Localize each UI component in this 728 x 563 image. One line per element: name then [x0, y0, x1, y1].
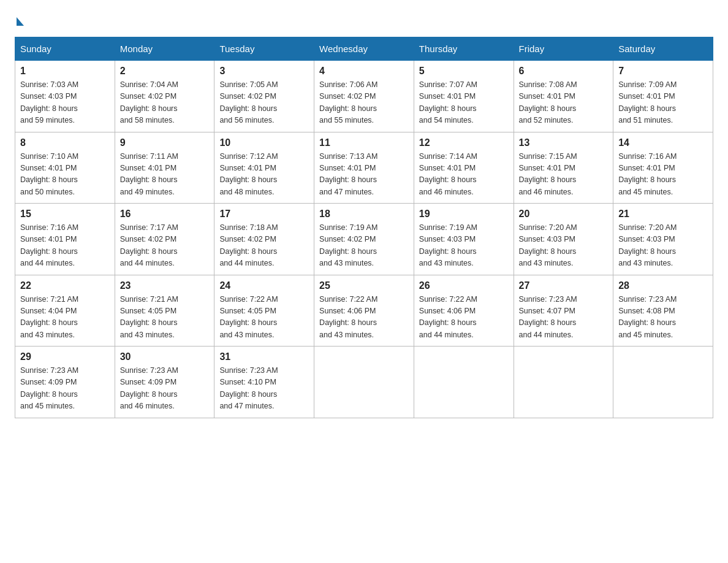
logo-top	[15, 15, 24, 26]
calendar-cell: 9 Sunrise: 7:11 AMSunset: 4:01 PMDayligh…	[115, 132, 214, 204]
calendar-table: SundayMondayTuesdayWednesdayThursdayFrid…	[15, 37, 713, 418]
day-info: Sunrise: 7:05 AMSunset: 4:02 PMDaylight:…	[219, 80, 278, 124]
col-header-tuesday: Tuesday	[214, 37, 314, 61]
day-number: 26	[419, 280, 509, 291]
day-info: Sunrise: 7:22 AMSunset: 4:06 PMDaylight:…	[419, 295, 477, 339]
calendar-week-row: 1 Sunrise: 7:03 AMSunset: 4:03 PMDayligh…	[15, 61, 713, 132]
day-number: 13	[519, 137, 609, 148]
day-number: 24	[219, 280, 309, 291]
calendar-cell	[414, 347, 514, 418]
day-info: Sunrise: 7:22 AMSunset: 4:06 PMDaylight:…	[319, 295, 377, 339]
day-info: Sunrise: 7:22 AMSunset: 4:05 PMDaylight:…	[219, 295, 278, 339]
calendar-cell: 10 Sunrise: 7:12 AMSunset: 4:01 PMDaylig…	[214, 132, 314, 204]
col-header-sunday: Sunday	[15, 37, 115, 61]
calendar-cell: 27 Sunrise: 7:23 AMSunset: 4:07 PMDaylig…	[514, 275, 613, 347]
day-info: Sunrise: 7:15 AMSunset: 4:01 PMDaylight:…	[519, 152, 577, 196]
day-number: 8	[20, 137, 110, 148]
day-info: Sunrise: 7:23 AMSunset: 4:08 PMDaylight:…	[618, 295, 677, 339]
calendar-cell: 31 Sunrise: 7:23 AMSunset: 4:10 PMDaylig…	[214, 347, 314, 418]
day-number: 20	[519, 209, 609, 220]
calendar-header-row: SundayMondayTuesdayWednesdayThursdayFrid…	[15, 37, 713, 61]
calendar-cell	[514, 347, 613, 418]
calendar-cell	[613, 347, 713, 418]
day-info: Sunrise: 7:21 AMSunset: 4:05 PMDaylight:…	[120, 295, 178, 339]
calendar-cell: 5 Sunrise: 7:07 AMSunset: 4:01 PMDayligh…	[414, 61, 514, 132]
day-info: Sunrise: 7:11 AMSunset: 4:01 PMDaylight:…	[120, 152, 178, 196]
calendar-cell	[314, 347, 414, 418]
day-info: Sunrise: 7:03 AMSunset: 4:03 PMDaylight:…	[20, 80, 78, 124]
day-info: Sunrise: 7:23 AMSunset: 4:07 PMDaylight:…	[519, 295, 577, 339]
day-info: Sunrise: 7:06 AMSunset: 4:02 PMDaylight:…	[319, 80, 377, 124]
logo-arrow-icon	[17, 17, 24, 26]
day-number: 11	[319, 137, 409, 148]
day-number: 16	[120, 209, 210, 220]
day-info: Sunrise: 7:23 AMSunset: 4:09 PMDaylight:…	[120, 366, 178, 410]
day-info: Sunrise: 7:16 AMSunset: 4:01 PMDaylight:…	[618, 152, 677, 196]
day-number: 12	[419, 137, 509, 148]
page-header	[15, 15, 713, 25]
day-info: Sunrise: 7:09 AMSunset: 4:01 PMDaylight:…	[618, 80, 677, 124]
calendar-cell: 1 Sunrise: 7:03 AMSunset: 4:03 PMDayligh…	[15, 61, 115, 132]
calendar-cell: 24 Sunrise: 7:22 AMSunset: 4:05 PMDaylig…	[214, 275, 314, 347]
calendar-cell: 16 Sunrise: 7:17 AMSunset: 4:02 PMDaylig…	[115, 204, 214, 275]
day-number: 5	[419, 66, 509, 77]
day-info: Sunrise: 7:14 AMSunset: 4:01 PMDaylight:…	[419, 152, 477, 196]
day-number: 21	[618, 209, 708, 220]
calendar-cell: 14 Sunrise: 7:16 AMSunset: 4:01 PMDaylig…	[613, 132, 713, 204]
day-info: Sunrise: 7:07 AMSunset: 4:01 PMDaylight:…	[419, 80, 477, 124]
day-number: 10	[219, 137, 309, 148]
calendar-week-row: 8 Sunrise: 7:10 AMSunset: 4:01 PMDayligh…	[15, 132, 713, 204]
day-info: Sunrise: 7:18 AMSunset: 4:02 PMDaylight:…	[219, 223, 278, 267]
col-header-wednesday: Wednesday	[314, 37, 414, 61]
logo	[15, 15, 24, 25]
calendar-cell: 25 Sunrise: 7:22 AMSunset: 4:06 PMDaylig…	[314, 275, 414, 347]
day-number: 29	[20, 351, 110, 362]
day-info: Sunrise: 7:08 AMSunset: 4:01 PMDaylight:…	[519, 80, 577, 124]
day-number: 9	[120, 137, 210, 148]
day-info: Sunrise: 7:20 AMSunset: 4:03 PMDaylight:…	[519, 223, 577, 267]
day-info: Sunrise: 7:21 AMSunset: 4:04 PMDaylight:…	[20, 295, 78, 339]
day-info: Sunrise: 7:12 AMSunset: 4:01 PMDaylight:…	[219, 152, 278, 196]
calendar-cell: 4 Sunrise: 7:06 AMSunset: 4:02 PMDayligh…	[314, 61, 414, 132]
calendar-cell: 17 Sunrise: 7:18 AMSunset: 4:02 PMDaylig…	[214, 204, 314, 275]
day-number: 23	[120, 280, 210, 291]
day-number: 18	[319, 209, 409, 220]
calendar-cell: 13 Sunrise: 7:15 AMSunset: 4:01 PMDaylig…	[514, 132, 613, 204]
calendar-cell: 22 Sunrise: 7:21 AMSunset: 4:04 PMDaylig…	[15, 275, 115, 347]
day-info: Sunrise: 7:17 AMSunset: 4:02 PMDaylight:…	[120, 223, 178, 267]
calendar-cell: 12 Sunrise: 7:14 AMSunset: 4:01 PMDaylig…	[414, 132, 514, 204]
day-number: 15	[20, 209, 110, 220]
day-info: Sunrise: 7:04 AMSunset: 4:02 PMDaylight:…	[120, 80, 178, 124]
calendar-cell: 8 Sunrise: 7:10 AMSunset: 4:01 PMDayligh…	[15, 132, 115, 204]
day-number: 22	[20, 280, 110, 291]
calendar-cell: 7 Sunrise: 7:09 AMSunset: 4:01 PMDayligh…	[613, 61, 713, 132]
calendar-cell: 21 Sunrise: 7:20 AMSunset: 4:03 PMDaylig…	[613, 204, 713, 275]
day-number: 30	[120, 351, 210, 362]
calendar-cell: 26 Sunrise: 7:22 AMSunset: 4:06 PMDaylig…	[414, 275, 514, 347]
day-number: 2	[120, 66, 210, 77]
day-number: 31	[219, 351, 309, 362]
day-info: Sunrise: 7:23 AMSunset: 4:10 PMDaylight:…	[219, 366, 278, 410]
day-info: Sunrise: 7:19 AMSunset: 4:02 PMDaylight:…	[319, 223, 377, 267]
day-info: Sunrise: 7:13 AMSunset: 4:01 PMDaylight:…	[319, 152, 377, 196]
calendar-cell: 30 Sunrise: 7:23 AMSunset: 4:09 PMDaylig…	[115, 347, 214, 418]
day-info: Sunrise: 7:20 AMSunset: 4:03 PMDaylight:…	[618, 223, 677, 267]
calendar-cell: 19 Sunrise: 7:19 AMSunset: 4:03 PMDaylig…	[414, 204, 514, 275]
day-number: 6	[519, 66, 609, 77]
day-number: 14	[618, 137, 708, 148]
day-number: 25	[319, 280, 409, 291]
day-number: 3	[219, 66, 309, 77]
calendar-cell: 18 Sunrise: 7:19 AMSunset: 4:02 PMDaylig…	[314, 204, 414, 275]
col-header-thursday: Thursday	[414, 37, 514, 61]
calendar-cell: 3 Sunrise: 7:05 AMSunset: 4:02 PMDayligh…	[214, 61, 314, 132]
day-info: Sunrise: 7:10 AMSunset: 4:01 PMDaylight:…	[20, 152, 78, 196]
day-number: 28	[618, 280, 708, 291]
day-number: 17	[219, 209, 309, 220]
calendar-cell: 23 Sunrise: 7:21 AMSunset: 4:05 PMDaylig…	[115, 275, 214, 347]
calendar-cell: 29 Sunrise: 7:23 AMSunset: 4:09 PMDaylig…	[15, 347, 115, 418]
day-number: 4	[319, 66, 409, 77]
day-number: 19	[419, 209, 509, 220]
day-info: Sunrise: 7:16 AMSunset: 4:01 PMDaylight:…	[20, 223, 78, 267]
calendar-week-row: 15 Sunrise: 7:16 AMSunset: 4:01 PMDaylig…	[15, 204, 713, 275]
col-header-saturday: Saturday	[613, 37, 713, 61]
